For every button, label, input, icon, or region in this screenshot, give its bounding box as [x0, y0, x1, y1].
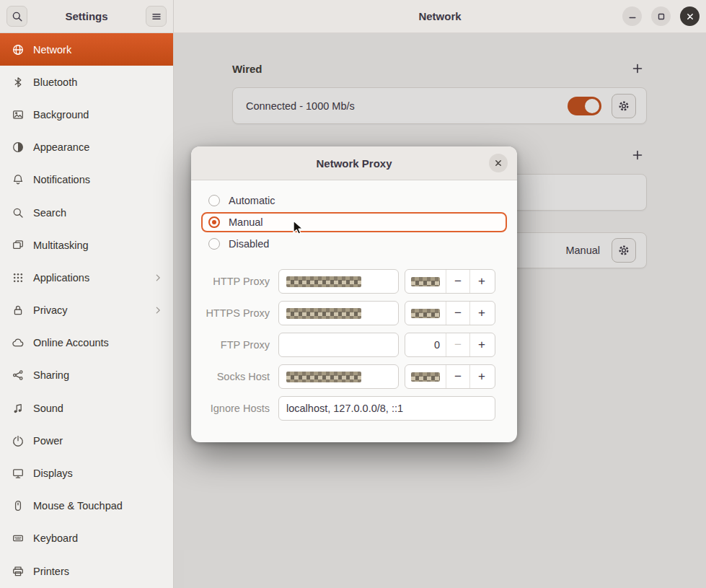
- ignore-hosts-label: Ignore Hosts: [201, 403, 274, 414]
- sidebar-item-multitasking[interactable]: Multitasking: [0, 229, 173, 261]
- redacted-value: [286, 372, 361, 382]
- ignore-hosts-input[interactable]: localhost, 127.0.0.0/8, ::1: [278, 396, 495, 421]
- proxy-fields: HTTP Proxy−+HTTPS Proxy−+FTP Proxy0−+Soc…: [201, 269, 507, 421]
- sidebar-item-label: Keyboard: [33, 532, 78, 544]
- sidebar-item-printers[interactable]: Printers: [0, 555, 173, 587]
- ftp-proxy-input[interactable]: [278, 333, 399, 357]
- proxy-option-automatic[interactable]: Automatic: [201, 190, 507, 211]
- search-button[interactable]: [6, 6, 27, 27]
- settings-sidebar: NetworkBluetoothBackgroundAppearanceNoti…: [0, 33, 174, 588]
- sidebar-item-online-accounts[interactable]: Online Accounts: [0, 327, 173, 359]
- sidebar-item-label: Mouse & Touchpad: [33, 500, 123, 512]
- sidebar-item-label: Displays: [33, 468, 73, 479]
- applications-icon: [12, 272, 24, 284]
- radio-disabled[interactable]: [208, 238, 220, 250]
- chevron-right-icon: [153, 273, 163, 283]
- sidebar-item-power[interactable]: Power: [0, 424, 173, 457]
- sidebar-item-bluetooth[interactable]: Bluetooth: [0, 66, 173, 98]
- http-proxy-input[interactable]: [278, 269, 399, 294]
- dialog-title: Network Proxy: [316, 157, 392, 170]
- sidebar-item-label: Search: [33, 207, 66, 219]
- close-button[interactable]: [680, 6, 700, 26]
- appearance-icon: [12, 141, 24, 153]
- multitasking-icon: [12, 240, 24, 251]
- sidebar-item-mouse-touchpad[interactable]: Mouse & Touchpad: [0, 490, 173, 522]
- redacted-port: [411, 277, 440, 286]
- http-proxy-decrement-button[interactable]: −: [446, 270, 469, 293]
- sidebar-item-network[interactable]: Network: [0, 33, 173, 66]
- add-vpn-button[interactable]: [628, 146, 647, 164]
- http-proxy-port-value: [405, 270, 446, 293]
- search-icon: [12, 11, 23, 22]
- close-icon: [493, 157, 504, 169]
- proxy-option-manual[interactable]: Manual: [201, 212, 507, 232]
- option-label: Automatic: [229, 195, 275, 206]
- proxy-status-text: Manual: [565, 245, 600, 256]
- gear-icon: [618, 100, 630, 112]
- ftp-proxy-port-stepper[interactable]: 0−+: [405, 333, 495, 357]
- proxy-option-disabled[interactable]: Disabled: [201, 234, 507, 254]
- socks-host-increment-button[interactable]: +: [469, 365, 493, 388]
- gear-icon: [618, 245, 630, 256]
- socks-host-input[interactable]: [278, 364, 399, 389]
- sidebar-item-label: Sharing: [33, 369, 69, 381]
- chevron-right-icon: [153, 305, 163, 315]
- plus-icon: [632, 149, 643, 161]
- sidebar-item-keyboard[interactable]: Keyboard: [0, 522, 173, 555]
- close-icon: [684, 11, 696, 22]
- socks-host-port-stepper[interactable]: −+: [405, 364, 495, 389]
- https-proxy-increment-button[interactable]: +: [469, 302, 493, 325]
- sidebar-item-search[interactable]: Search: [0, 196, 173, 229]
- socks-host-port-value: [405, 365, 446, 388]
- ftp-proxy-increment-button[interactable]: +: [469, 333, 493, 356]
- wired-heading: Wired: [232, 63, 262, 75]
- redacted-value: [286, 308, 361, 319]
- minimize-icon: [627, 11, 638, 22]
- http-proxy-increment-button[interactable]: +: [469, 270, 493, 293]
- maximize-button[interactable]: [651, 6, 671, 26]
- wired-connection-row[interactable]: Connected - 1000 Mb/s: [232, 87, 647, 124]
- radio-manual[interactable]: [208, 216, 220, 228]
- minimize-button[interactable]: [622, 6, 642, 26]
- privacy-icon: [12, 304, 24, 316]
- sidebar-item-label: Multitasking: [33, 240, 89, 251]
- field-row-https-proxy: HTTPS Proxy−+: [201, 301, 507, 325]
- wired-status-text: Connected - 1000 Mb/s: [246, 100, 355, 112]
- sidebar-item-sharing[interactable]: Sharing: [0, 359, 173, 392]
- sidebar-item-applications[interactable]: Applications: [0, 261, 173, 294]
- sidebar-item-sound[interactable]: Sound: [0, 392, 173, 424]
- menu-button[interactable]: [146, 6, 167, 27]
- sidebar-item-privacy[interactable]: Privacy: [0, 294, 173, 327]
- headerbar: Network: [174, 0, 706, 33]
- sidebar-item-label: Appearance: [33, 141, 89, 153]
- http-proxy-port-stepper[interactable]: −+: [405, 269, 495, 294]
- sidebar-item-notifications[interactable]: Notifications: [0, 164, 173, 196]
- add-wired-connection-button[interactable]: [628, 59, 647, 78]
- ignore-hosts-value: localhost, 127.0.0.0/8, ::1: [286, 403, 403, 414]
- ftp-proxy-decrement-button[interactable]: −: [446, 333, 469, 356]
- sidebar-item-label: Bluetooth: [33, 76, 77, 88]
- https-proxy-input[interactable]: [278, 301, 399, 325]
- power-icon: [12, 435, 24, 447]
- sidebar-item-displays[interactable]: Displays: [0, 457, 173, 489]
- proxy-mode-options: AutomaticManualDisabled: [201, 190, 507, 255]
- plus-icon: [632, 63, 643, 74]
- background-icon: [12, 109, 24, 120]
- socks-host-label: Socks Host: [201, 371, 274, 382]
- sidebar-item-label: Sound: [33, 403, 63, 414]
- online-accounts-icon: [12, 337, 24, 348]
- field-row-socks-host: Socks Host−+: [201, 364, 507, 389]
- redacted-value: [286, 276, 361, 287]
- sidebar-item-background[interactable]: Background: [0, 98, 173, 131]
- sidebar-item-appearance[interactable]: Appearance: [0, 131, 173, 164]
- dialog-close-button[interactable]: [489, 154, 508, 172]
- https-proxy-decrement-button[interactable]: −: [446, 302, 469, 325]
- field-row-ignore-hosts: Ignore Hostslocalhost, 127.0.0.0/8, ::1: [201, 396, 507, 421]
- radio-automatic[interactable]: [208, 195, 220, 206]
- dialog-header: Network Proxy: [191, 146, 517, 180]
- wired-options-button[interactable]: [612, 94, 636, 118]
- proxy-options-button[interactable]: [612, 238, 636, 263]
- https-proxy-port-stepper[interactable]: −+: [405, 301, 495, 325]
- socks-host-decrement-button[interactable]: −: [446, 365, 469, 388]
- wired-toggle[interactable]: [568, 97, 601, 115]
